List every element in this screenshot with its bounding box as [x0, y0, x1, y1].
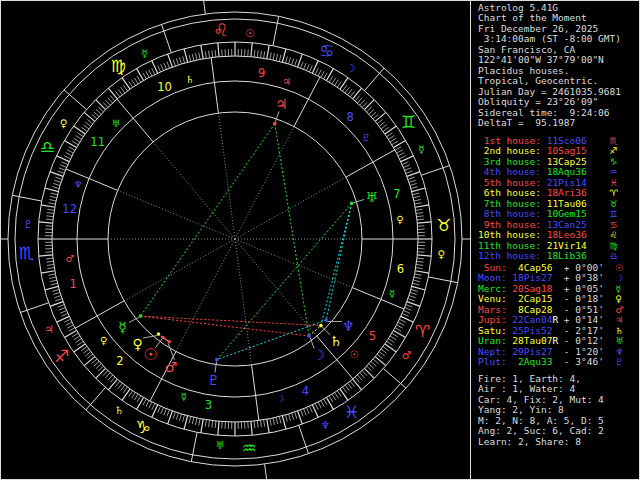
aspect-line-uranus-saturn	[321, 203, 352, 325]
degree-tick	[74, 344, 85, 352]
degree-tick	[48, 203, 55, 204]
degree-tick	[315, 68, 318, 74]
degree-tick	[399, 156, 405, 159]
house-sign-icon: ♐	[610, 146, 618, 156]
degree-tick	[381, 349, 387, 353]
degree-tick	[285, 415, 287, 422]
wheel-planet-pluto-icon: ♇	[207, 372, 220, 388]
house-cusp-position: 11Sco06	[547, 135, 587, 146]
degree-tick	[96, 100, 106, 110]
degree-tick	[108, 375, 113, 380]
degree-tick	[395, 328, 401, 331]
degree-tick	[123, 85, 127, 91]
degree-tick	[173, 59, 175, 66]
planet-label: Jupi:	[478, 314, 507, 325]
degree-tick	[332, 78, 336, 84]
degree-tick	[393, 331, 405, 338]
sign-boundary	[12, 195, 41, 201]
degree-tick	[416, 209, 423, 210]
degree-tick	[84, 357, 95, 366]
degree-tick	[103, 102, 108, 107]
degree-tick	[401, 156, 414, 162]
degree-tick	[53, 293, 60, 295]
degree-tick	[337, 391, 341, 397]
degree-tick	[58, 305, 65, 308]
degree-tick	[189, 55, 191, 62]
degree-tick	[251, 421, 252, 435]
house-cusp-position: 13Can25	[547, 219, 587, 230]
degree-tick	[381, 125, 387, 129]
sign-ruler-icon: ♀	[60, 117, 68, 129]
degree-tick	[74, 126, 85, 134]
house-cusp-spoke	[153, 142, 235, 239]
degree-tick	[295, 412, 297, 419]
degree-tick	[92, 114, 97, 119]
house-ruler-icon: ☉	[350, 349, 359, 360]
house-cusp-position: 21Pis14	[547, 177, 587, 188]
degree-tick	[41, 205, 55, 207]
gap	[604, 304, 615, 315]
degree-tick	[343, 387, 347, 393]
degree-tick	[408, 299, 415, 301]
house-ruler-icon: ♃	[282, 76, 291, 87]
degree-tick	[282, 49, 286, 63]
degree-tick	[205, 51, 206, 58]
planet-icon: ♅	[615, 336, 623, 346]
planet-velocity: - 1°20'	[564, 346, 604, 357]
planet-icon: ♂	[615, 305, 623, 315]
degree-tick	[307, 407, 310, 413]
degree-tick	[392, 333, 398, 337]
aspect-line-neptune-pluto	[217, 320, 326, 360]
degree-tick	[388, 339, 394, 343]
degree-tick	[307, 64, 310, 70]
degree-tick	[195, 53, 196, 60]
gap	[587, 156, 610, 167]
degree-tick	[411, 289, 418, 291]
house-ruler-icon: ♀	[100, 335, 107, 346]
degree-tick	[146, 71, 149, 77]
house-label: 2nd house:	[478, 145, 541, 156]
degree-tick	[417, 219, 424, 220]
sign-gemini-icon: ♊	[401, 112, 416, 132]
degree-tick	[121, 385, 125, 391]
house-ruler-icon: ☽	[276, 393, 285, 404]
gap	[587, 208, 610, 219]
house-cusp-position: 10Gem15	[547, 208, 587, 219]
degree-tick	[52, 187, 59, 189]
house-sign-icon: ♑	[610, 157, 618, 167]
gap	[604, 283, 615, 294]
degree-tick	[149, 70, 152, 76]
planet-velocity: - 0°12'	[564, 335, 604, 346]
sign-ruler-icon: ♂	[402, 349, 411, 361]
house-label: 10th house:	[478, 229, 541, 240]
planet-dot-sun	[161, 336, 165, 340]
degree-tick	[74, 138, 80, 142]
aspect-line-jupiter-mercury	[140, 124, 274, 316]
degree-tick	[205, 420, 206, 427]
degree-tick	[414, 277, 421, 278]
house-label: 12th house:	[478, 250, 541, 261]
gap	[587, 240, 610, 251]
degree-tick	[405, 308, 411, 311]
gap	[604, 272, 615, 283]
house-number-3: 3	[205, 398, 212, 412]
degree-tick	[158, 406, 161, 412]
degree-tick	[129, 391, 133, 397]
house-sign-icon: ♊	[610, 209, 618, 219]
sign-boundary	[64, 90, 87, 110]
degree-tick	[137, 397, 144, 409]
degree-tick	[209, 420, 210, 427]
degree-tick	[184, 49, 188, 63]
degree-tick	[353, 379, 362, 390]
degree-tick	[103, 371, 108, 376]
house-sign-icon: ♋	[610, 220, 618, 230]
house-label: 4th house:	[478, 166, 541, 177]
degree-tick	[143, 73, 146, 79]
sign-ruler-icon: ☉	[245, 27, 254, 39]
degree-tick	[199, 419, 200, 426]
degree-tick	[301, 410, 304, 417]
degree-tick	[87, 354, 92, 358]
degree-tick	[373, 359, 378, 364]
degree-tick	[143, 399, 146, 405]
degree-tick	[337, 81, 341, 87]
